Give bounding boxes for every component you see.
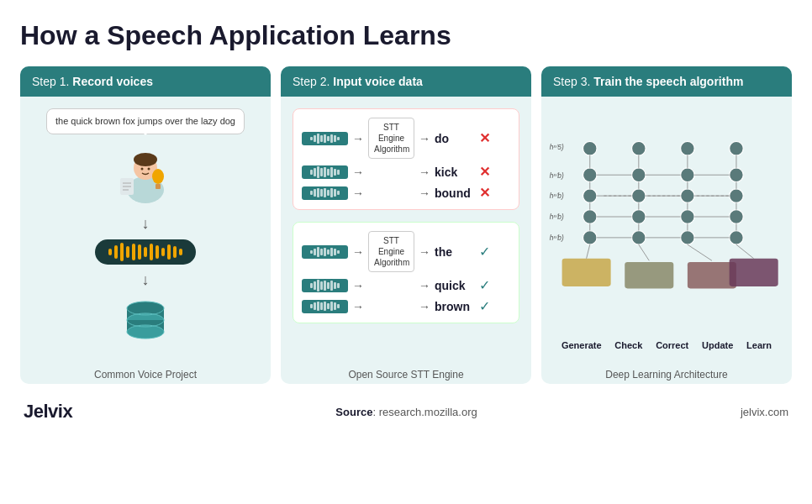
word-the: the [435, 245, 475, 259]
stt-error-row-1: → STT Engine Algorithm → do ✕ [302, 118, 510, 159]
check-quick: ✓ [479, 277, 490, 293]
svg-point-25 [583, 168, 597, 182]
svg-point-6 [141, 168, 144, 171]
col3-header-prefix: Step 3. [553, 75, 593, 88]
arrow-6: → [419, 186, 430, 200]
check-brown: ✓ [479, 298, 490, 314]
svg-point-28 [583, 231, 597, 245]
footer: Jelvix Source: research.mozilla.org jelv… [20, 394, 792, 423]
svg-point-37 [730, 168, 744, 182]
column-input-data: Step 2. Input voice data [281, 66, 531, 384]
arrow-8: → [419, 245, 430, 259]
neural-network-diagram: hⁿ⁽5) hⁿ⁽b) hⁿ⁽b) hⁿ⁽b) hⁿ⁽b) [548, 103, 785, 330]
svg-point-32 [632, 231, 646, 245]
svg-point-39 [730, 210, 744, 224]
arrow-12: → [419, 300, 430, 313]
jelvix-url: jelvix.com [741, 406, 788, 418]
stt-success-section: → STT Engine Algorithm → the ✓ [293, 222, 519, 323]
svg-point-44 [730, 141, 744, 155]
col2-body: → STT Engine Algorithm → do ✕ [281, 97, 531, 360]
col3-body: hⁿ⁽5) hⁿ⁽b) hⁿ⁽b) hⁿ⁽b) hⁿ⁽b) Generate C… [541, 97, 792, 360]
svg-text:hⁿ⁽b): hⁿ⁽b) [550, 213, 564, 221]
svg-rect-20 [562, 259, 611, 286]
mini-wave-4 [302, 245, 348, 259]
svg-point-36 [681, 231, 695, 245]
mini-wave-3 [302, 186, 348, 200]
svg-point-7 [148, 168, 150, 171]
arrow-7: → [352, 245, 364, 259]
label-learn: Learn [746, 340, 772, 350]
main-columns: Step 1. Record voices the quick brown fo… [20, 66, 792, 384]
stt-success-row-1: → STT Engine Algorithm → the ✓ [302, 231, 510, 272]
waveform-dark [95, 239, 196, 265]
label-correct: Correct [656, 340, 688, 350]
cross-do: ✕ [479, 130, 490, 146]
svg-line-76 [736, 244, 754, 259]
svg-text:hⁿ⁽b): hⁿ⁽b) [550, 234, 564, 242]
svg-rect-23 [730, 259, 778, 286]
arrow-10: → [419, 279, 430, 292]
arrow-9: → [352, 279, 364, 292]
col2-header: Step 2. Input voice data [281, 66, 531, 97]
source-text: Source: research.mozilla.org [335, 406, 477, 418]
svg-line-75 [688, 244, 712, 260]
svg-rect-22 [688, 262, 736, 289]
word-quick: quick [435, 279, 475, 292]
stt-engine-box-1: STT Engine Algorithm [368, 118, 414, 159]
column-record-voices: Step 1. Record voices the quick brown fo… [20, 66, 271, 384]
svg-point-30 [632, 189, 646, 203]
svg-point-33 [681, 168, 695, 182]
nn-labels-row: Generate Check Correct Update Learn [548, 337, 785, 354]
svg-point-43 [681, 141, 695, 155]
svg-point-41 [583, 141, 597, 155]
svg-rect-3 [135, 181, 156, 190]
mini-wave-5 [302, 279, 348, 292]
cross-kick: ✕ [479, 164, 490, 180]
stt-error-section: → STT Engine Algorithm → do ✕ [293, 108, 519, 210]
col1-caption: Common Voice Project [20, 365, 271, 384]
svg-point-40 [730, 231, 744, 245]
word-bound: bound [435, 186, 475, 200]
stt-success-row-3: → → brown ✓ [302, 298, 510, 314]
cross-bound: ✕ [479, 185, 490, 201]
mini-wave-2 [302, 165, 348, 179]
col1-header-prefix: Step 1. [32, 75, 72, 88]
check-the: ✓ [479, 244, 490, 260]
arrow-5: → [352, 186, 364, 200]
svg-point-26 [583, 189, 597, 203]
col1-header-bold: Record voices [72, 75, 153, 88]
svg-text:hⁿ⁽b): hⁿ⁽b) [550, 192, 564, 200]
mini-wave-6 [302, 300, 348, 313]
svg-point-2 [134, 153, 157, 166]
label-generate: Generate [562, 340, 602, 350]
svg-line-73 [587, 244, 590, 259]
source-url: research.mozilla.org [379, 406, 477, 418]
svg-line-74 [639, 244, 649, 260]
speech-bubble: the quick brown fox jumps over the lazy … [46, 108, 245, 134]
database-icon [120, 296, 171, 346]
col2-header-bold: Input voice data [333, 75, 423, 88]
col3-caption: Deep Learning Architecture [541, 365, 792, 384]
svg-point-42 [632, 141, 646, 155]
source-label: Source [335, 406, 372, 418]
arrow-3: → [352, 165, 364, 179]
svg-text:hⁿ⁽b): hⁿ⁽b) [550, 171, 564, 180]
svg-rect-5 [156, 184, 161, 189]
label-update: Update [702, 340, 733, 350]
stt-success-row-2: → → quick ✓ [302, 277, 510, 293]
col2-header-prefix: Step 2. [293, 75, 333, 88]
mini-wave-1 [302, 132, 348, 145]
svg-point-29 [632, 168, 646, 182]
arrow-1: → [352, 132, 364, 145]
stt-error-row-2: → → kick ✕ [302, 164, 510, 180]
svg-point-38 [730, 189, 744, 203]
word-kick: kick [435, 165, 475, 179]
svg-rect-21 [625, 262, 673, 289]
svg-point-35 [681, 210, 695, 224]
word-brown: brown [435, 300, 475, 313]
svg-point-4 [152, 169, 164, 184]
col1-body: the quick brown fox jumps over the lazy … [20, 97, 271, 360]
arrow-11: → [352, 300, 364, 313]
svg-text:hⁿ⁽5): hⁿ⁽5) [550, 143, 564, 151]
word-do: do [435, 132, 475, 145]
